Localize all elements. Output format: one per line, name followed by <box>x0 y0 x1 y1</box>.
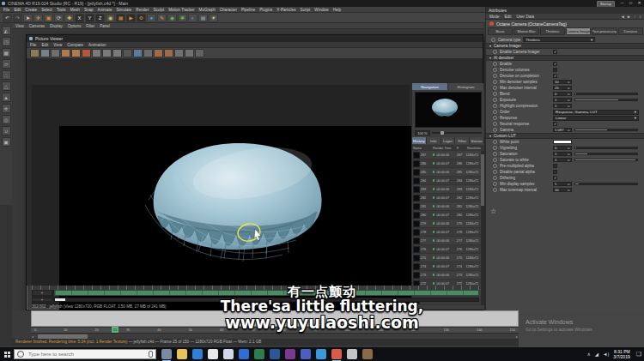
add-deformer-icon[interactable]: ✱ <box>178 14 187 22</box>
tab-navigation[interactable]: Navigation <box>412 83 448 90</box>
tray-volume-icon[interactable]: ◄) <box>603 352 609 357</box>
param-number-field[interactable]: 1.097◂▸ <box>553 128 572 132</box>
menu-motion-tracker[interactable]: Motion Tracker <box>168 8 194 12</box>
history-row[interactable]: 27800:00:072781280x72 <box>412 228 481 237</box>
stepper-icon[interactable]: ◂▸ <box>567 183 570 186</box>
history-row[interactable]: 28400:00:072841280x72 <box>412 177 481 185</box>
tray-caret-icon[interactable]: ∧ <box>587 352 591 357</box>
ab-compare-icon[interactable] <box>82 49 91 57</box>
attr-tab-post-processing[interactable]: Post processing <box>592 27 617 35</box>
param-checkbox[interactable]: ✓ <box>553 122 557 126</box>
live-selection-icon[interactable]: ➤ <box>23 14 33 22</box>
menu-x-particles[interactable]: X-Particles <box>276 8 295 12</box>
workplane-mode-icon[interactable]: ▱ <box>2 59 11 69</box>
tab-layer[interactable]: Layer <box>441 137 456 144</box>
pv-menu-file[interactable]: File <box>30 43 36 47</box>
taskbar-app-store[interactable] <box>239 349 249 359</box>
compare-vertical-icon[interactable] <box>71 49 81 57</box>
param-number-field[interactable]: 0◂▸ <box>553 146 572 150</box>
history-col-resolutio[interactable]: Resolutio <box>466 147 483 150</box>
pv-menu-animation[interactable]: Animation <box>88 43 106 47</box>
history-row[interactable]: 28300:00:062831280x72 <box>412 185 481 194</box>
menu-simulate[interactable]: Simulate <box>116 8 131 12</box>
stepper-icon[interactable]: ◂▸ <box>567 105 570 108</box>
stepper-icon[interactable]: ◂▸ <box>567 87 570 90</box>
add-generator-icon[interactable]: ◆ <box>167 14 177 22</box>
last-tool-icon[interactable]: ✚ <box>64 14 74 22</box>
frame-all-icon[interactable] <box>92 49 101 57</box>
coordinate-system-icon[interactable]: ◉ <box>106 14 115 22</box>
taskbar-app-excel[interactable] <box>254 349 264 359</box>
axis-x-icon[interactable]: X <box>75 14 84 22</box>
move-tool-icon[interactable]: ✛ <box>33 14 43 22</box>
enable-camera-imager-checkbox[interactable]: ✓ <box>553 50 557 54</box>
param-number-field[interactable]: 1◂▸ <box>553 152 572 156</box>
axis-y-icon[interactable]: Y <box>85 14 94 22</box>
param-number-field[interactable]: 10◂▸ <box>553 80 572 84</box>
menu-help[interactable]: Help <box>333 8 341 12</box>
action-center-icon[interactable]: ❏ <box>636 351 641 358</box>
maximize-button[interactable]: □ <box>627 0 635 6</box>
add-scene-icon[interactable]: ◐ <box>188 14 197 22</box>
param-number-field[interactable]: 10◂▸ <box>553 188 572 192</box>
attr-menu-edit[interactable]: Edit <box>505 15 512 19</box>
history-row[interactable]: 28100:00:062811280x72 <box>412 202 481 211</box>
taskbar-app-browser[interactable] <box>331 349 342 359</box>
open-file-icon[interactable] <box>30 49 39 57</box>
taskbar-app-onenote[interactable] <box>285 349 295 359</box>
param-slider[interactable] <box>574 183 638 185</box>
history-scrollbar[interactable] <box>481 151 484 305</box>
stepper-icon[interactable]: ◂▸ <box>567 159 570 162</box>
add-light-icon[interactable]: ☀ <box>209 14 218 22</box>
menu-snap[interactable]: Snap <box>84 8 94 12</box>
pv-menu-compare[interactable]: Compare <box>67 43 83 47</box>
attr-tab-basic[interactable]: Basic <box>488 27 513 35</box>
menu-mesh[interactable]: Mesh <box>70 8 80 12</box>
param-color-swatch[interactable] <box>553 140 572 144</box>
history-row[interactable]: 28700:00:062871280x72 <box>412 151 481 159</box>
texture-mode-icon[interactable]: ▦ <box>2 48 11 57</box>
clear-all-icon[interactable] <box>185 49 194 57</box>
camera-type-dropdown[interactable]: Thinlens▾ <box>523 37 595 42</box>
menu-file[interactable]: File <box>3 8 9 12</box>
history-back-icon[interactable]: ◀ <box>621 15 623 19</box>
panel-menu-icon[interactable]: ≡ <box>639 15 641 19</box>
menu-tools[interactable]: Tools <box>57 8 66 12</box>
section-camera-imager[interactable]: ▾ Camera Imager <box>486 43 644 49</box>
param-slider[interactable] <box>574 153 638 155</box>
stepper-icon[interactable]: ◂▸ <box>567 99 570 102</box>
parent-object-icon[interactable]: ↑ <box>634 15 635 19</box>
param-number-field[interactable]: 1◂▸ <box>553 158 572 162</box>
viewport-solo-icon[interactable]: ◎ <box>2 115 11 124</box>
model-mode-icon[interactable]: ◳ <box>2 37 11 46</box>
tab-histogram[interactable]: Histogram <box>448 83 484 90</box>
tab-info[interactable]: Info <box>427 137 441 144</box>
history-row[interactable]: 28000:00:072801280x72 <box>412 211 481 220</box>
microphone-icon[interactable] <box>149 351 153 358</box>
param-dropdown[interactable]: Linear▾ <box>553 116 639 121</box>
attr-tab-camera-imager[interactable]: Camera Imager <box>566 27 591 35</box>
search-input[interactable] <box>27 351 133 358</box>
stepper-icon[interactable]: ◂▸ <box>567 129 570 132</box>
taskbar-app-file-explorer[interactable] <box>177 349 187 359</box>
viewport-menu-options[interactable]: Options <box>68 24 82 28</box>
lock-workplane-icon[interactable]: ▣ <box>2 137 11 147</box>
tab-stereo[interactable]: Stereo <box>470 137 484 144</box>
add-camera-icon[interactable]: ▤ <box>198 14 208 22</box>
tab-history[interactable]: History <box>412 137 427 144</box>
section-ai-denoiser[interactable]: ▾ AI denoiser <box>486 55 644 61</box>
enable-axis-icon[interactable]: ✛ <box>2 104 11 113</box>
menu-sculpt[interactable]: Sculpt <box>153 8 164 12</box>
scale-tool-icon[interactable]: ▣ <box>44 14 53 22</box>
taskbar-search[interactable] <box>14 349 156 359</box>
main-timeline-ruler[interactable]: 0102030405060708090100110120130140150 <box>31 327 519 333</box>
attr-menu-user-data[interactable]: User Data <box>516 15 534 19</box>
pv-menu-edit[interactable]: Edit <box>41 43 48 47</box>
history-row[interactable]: 28600:00:072861280x72 <box>412 159 481 168</box>
tab-filter[interactable]: Filter <box>455 137 470 144</box>
add-primitive-icon[interactable]: ● <box>147 14 156 22</box>
param-number-field[interactable]: 1◂▸ <box>553 98 572 102</box>
menu-mograph[interactable]: MoGraph <box>199 8 216 12</box>
polygons-mode-icon[interactable]: ▲ <box>2 93 11 102</box>
stepper-icon[interactable]: ◂▸ <box>567 153 570 156</box>
